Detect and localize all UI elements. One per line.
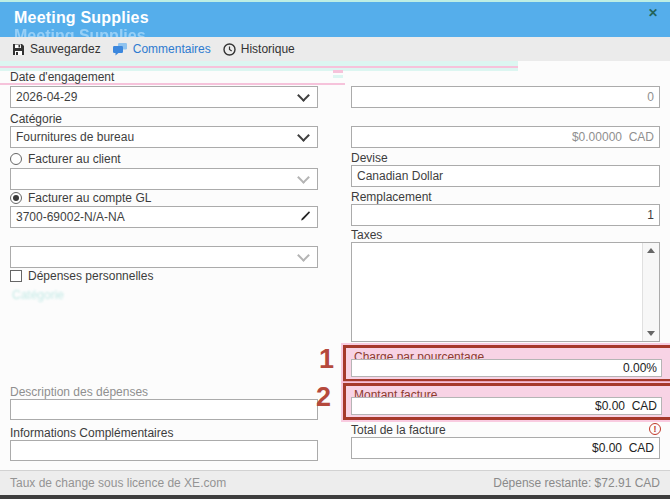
unit-price-value: $0.00000 CAD xyxy=(352,130,659,144)
personal-expenses-label: Dépenses personnelles xyxy=(28,269,153,283)
invoice-amount-value: $0.00 CAD xyxy=(352,399,661,413)
replacement-value: 1 xyxy=(352,208,659,222)
comments-icon xyxy=(113,43,128,56)
annotation-number-1: 1 xyxy=(319,346,334,373)
save-button[interactable]: Sauvegardez xyxy=(12,42,101,56)
charge-percent-field[interactable]: 0.00% xyxy=(351,359,662,377)
description-input[interactable] xyxy=(10,399,318,420)
bill-client-label: Facturer au client xyxy=(28,152,121,166)
radio-unselected-icon[interactable] xyxy=(10,153,22,165)
personal-expenses-checkbox[interactable]: Dépenses personnelles xyxy=(10,269,153,283)
bill-client-radio[interactable]: Facturer au client xyxy=(10,152,121,166)
scroll-up-icon[interactable] xyxy=(647,248,655,253)
currency-label: Devise xyxy=(351,151,388,165)
unit-price-field[interactable]: $0.00000 CAD xyxy=(351,126,660,148)
category-label: Catégorie xyxy=(10,112,62,126)
engagement-date-value: 2026-04-29 xyxy=(11,90,299,104)
ghost-category-artifact: Catégorie xyxy=(12,288,64,302)
additional-info-input[interactable] xyxy=(10,440,318,461)
currency-value: Canadian Dollar xyxy=(352,169,659,183)
client-select[interactable] xyxy=(10,168,318,190)
radio-selected-icon[interactable] xyxy=(10,192,22,204)
warning-glyph: ! xyxy=(654,424,657,434)
title-bar: Meeting Supplies Meeting Supplies ✕ xyxy=(0,0,670,39)
diff-artifact-pink-mark xyxy=(333,70,343,73)
invoice-amount-field[interactable]: $0.00 CAD xyxy=(351,397,662,415)
engagement-date-label: Date d'engagement xyxy=(10,70,114,84)
currency-field[interactable]: Canadian Dollar xyxy=(351,165,660,187)
invoice-total-field[interactable]: $0.00 CAD xyxy=(351,437,660,459)
annotation-box-charge: Charge par pourcentage 0.00% xyxy=(343,345,670,382)
close-icon[interactable]: ✕ xyxy=(648,6,658,20)
invoice-total-value: $0.00 CAD xyxy=(352,441,659,455)
comments-label: Commentaires xyxy=(133,42,211,56)
checkbox-unchecked-icon[interactable] xyxy=(10,270,22,282)
category-select[interactable]: Fournitures de bureau xyxy=(10,126,318,148)
diff-artifact-pink-line xyxy=(0,66,518,68)
exchange-license-text: Taux de change sous licence de XE.com xyxy=(10,476,226,490)
chevron-down-icon xyxy=(297,129,310,142)
comments-button[interactable]: Commentaires xyxy=(113,42,211,56)
gl-account-field[interactable]: 3700-69002-N/A-NA xyxy=(10,206,318,228)
history-label: Historique xyxy=(241,42,295,56)
quantity-field[interactable]: 0 xyxy=(351,86,660,108)
form-content: Commentaires Historique Catégorie Date d… xyxy=(0,61,670,470)
history-button[interactable]: Historique xyxy=(223,42,295,56)
save-label: Sauvegardez xyxy=(30,42,101,56)
scroll-down-icon[interactable] xyxy=(647,331,655,336)
replacement-label: Remplacement xyxy=(351,190,432,204)
remaining-expense-text: Dépense restante: $72.91 CAD xyxy=(493,476,660,490)
quantity-value: 0 xyxy=(352,90,659,104)
chevron-down-icon xyxy=(297,171,310,184)
dialog-title: Meeting Supplies xyxy=(14,9,149,27)
description-label: Description des dépenses xyxy=(10,385,148,399)
warning-icon: ! xyxy=(649,423,661,435)
category-value: Fournitures de bureau xyxy=(11,130,299,144)
replacement-field[interactable]: 1 xyxy=(351,204,660,226)
engagement-date-select[interactable]: 2026-04-29 xyxy=(10,86,318,108)
additional-info-label: Informations Complémentaires xyxy=(10,426,173,440)
chevron-down-icon xyxy=(297,89,310,102)
charge-percent-value: 0.00% xyxy=(352,361,661,375)
chevron-down-icon xyxy=(297,249,310,262)
bill-gl-label: Facturer au compte GL xyxy=(28,191,151,205)
annotation-number-2: 2 xyxy=(316,384,331,411)
taxes-label: Taxes xyxy=(351,228,382,242)
clock-icon xyxy=(223,43,236,56)
diff-artifact-cyan-mark xyxy=(333,75,343,78)
taxes-scrollbar[interactable] xyxy=(642,243,659,341)
toolbar: Sauvegardez Commentaires Historique xyxy=(0,37,670,62)
save-icon xyxy=(12,43,25,56)
taxes-listbox[interactable] xyxy=(351,242,660,342)
edit-pencil-icon[interactable] xyxy=(299,210,311,225)
window-bottom-edge xyxy=(0,495,670,499)
bill-gl-radio[interactable]: Facturer au compte GL xyxy=(10,191,151,205)
invoice-total-label: Total de la facture xyxy=(351,423,446,437)
annotation-box-invoice: Montant facture $0.00 CAD xyxy=(343,383,670,420)
gl-account-value: 3700-69002-N/A-NA xyxy=(11,210,299,224)
extra-select[interactable] xyxy=(10,246,318,268)
status-bar: Taux de change sous licence de XE.com Dé… xyxy=(0,470,670,496)
dialog-meeting-supplies: Meeting Supplies Meeting Supplies ✕ Sauv… xyxy=(0,0,670,499)
